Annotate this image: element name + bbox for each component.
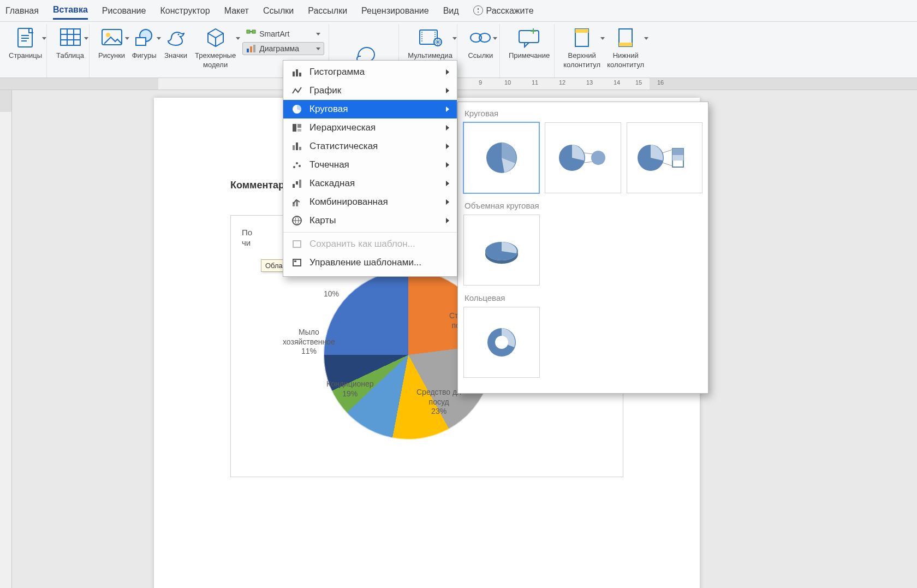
save-template-icon (291, 238, 303, 250)
svg-rect-4 (61, 29, 80, 45)
scatter-icon (291, 159, 303, 171)
svg-rect-52 (296, 181, 298, 185)
comment-button[interactable]: Примечание (509, 25, 550, 60)
svg-rect-65 (672, 149, 683, 155)
pie-label: Мыло хозяйственное 11% (283, 328, 335, 357)
chevron-down-icon (316, 33, 320, 35)
globe-icon (291, 215, 303, 227)
menu-item-save-template: Сохранить как шаблон... (283, 235, 457, 253)
pages-button[interactable]: Страницы (9, 25, 42, 60)
menu-item-line[interactable]: График (283, 81, 457, 100)
svg-rect-17 (250, 46, 252, 52)
chevron-right-icon (446, 125, 449, 130)
chevron-right-icon (446, 218, 449, 223)
menu-item-hierarchy[interactable]: Иерархическая (283, 118, 457, 137)
pictures-button[interactable]: Рисунки (98, 25, 125, 60)
menu-item-manage-templates[interactable]: Управление шаблонами... (283, 253, 457, 272)
svg-rect-39 (296, 69, 298, 76)
menu-item-waterfall[interactable]: Каскадная (283, 174, 457, 193)
ribbon-tabs: Главная Вставка Рисование Конструктор Ма… (0, 0, 917, 22)
ruler-number: 13 (586, 79, 593, 86)
menu-item-histogram[interactable]: Гистограмма (283, 63, 457, 81)
svg-rect-14 (247, 30, 250, 33)
gallery-section-3dpie: Объемная круговая (465, 201, 701, 210)
tab-design[interactable]: Конструктор (160, 3, 210, 19)
thumb-pie-of-pie[interactable] (545, 122, 621, 193)
comment-icon (517, 25, 542, 50)
thumb-doughnut[interactable] (463, 307, 540, 378)
line-icon (291, 85, 303, 97)
table-icon (58, 25, 83, 50)
header-button[interactable]: Верхний колонтитул (563, 25, 600, 69)
chevron-down-icon (42, 37, 46, 40)
chart-title: По чи (242, 228, 252, 248)
footer-button[interactable]: Нижний колонтитул (607, 25, 644, 69)
header-label2: колонтитул (563, 61, 600, 69)
svg-rect-66 (672, 155, 683, 161)
svg-rect-33 (519, 31, 539, 43)
chevron-down-icon (236, 37, 240, 40)
tab-home[interactable]: Главная (5, 3, 39, 19)
thumb-bar-of-pie[interactable] (627, 122, 702, 193)
tab-mailings[interactable]: Рассылки (308, 3, 347, 19)
chart-button[interactable]: Диаграмма (242, 42, 324, 55)
svg-rect-57 (293, 241, 301, 247)
shapes-button[interactable]: Фигуры (132, 25, 157, 60)
smartart-label: SmartArt (259, 29, 289, 38)
ruler-number: 15 (635, 79, 642, 86)
multimedia-button[interactable]: Мультимедиа (408, 25, 452, 60)
header-label1: Верхний (568, 51, 596, 60)
chevron-right-icon (446, 199, 449, 205)
combo-icon (291, 196, 303, 208)
pie-label: 10% (324, 289, 339, 299)
pie-label: Средство дл посуд 23% (416, 388, 461, 417)
svg-rect-16 (247, 49, 249, 52)
svg-rect-1 (21, 35, 29, 36)
svg-rect-2 (21, 38, 29, 39)
3d-models-label1: Трехмерные (195, 51, 236, 60)
chart-label: Диаграмма (259, 44, 299, 53)
picture-icon (99, 25, 124, 50)
thumb-pie-2d[interactable] (463, 122, 539, 193)
links-button[interactable]: Ссылки (468, 25, 493, 60)
tab-view[interactable]: Вид (443, 3, 459, 19)
links-label: Ссылки (468, 51, 493, 60)
chevron-right-icon (446, 162, 449, 168)
svg-point-24 (421, 40, 422, 41)
menu-item-scatter[interactable]: Точечная (283, 156, 457, 174)
tree-icon (291, 122, 303, 134)
table-button[interactable]: Таблица (56, 25, 84, 60)
vertical-ruler (0, 90, 12, 588)
3d-models-label2: модели (203, 61, 228, 69)
tab-layout[interactable]: Макет (224, 3, 249, 19)
menu-item-combo[interactable]: Комбинированная (283, 193, 457, 211)
tab-insert[interactable]: Вставка (53, 2, 88, 20)
svg-rect-45 (296, 142, 298, 150)
menu-item-maps[interactable]: Карты (283, 211, 457, 230)
footer-icon (613, 25, 638, 50)
tab-review[interactable]: Рецензирование (361, 3, 429, 19)
chevron-right-icon (446, 88, 449, 93)
chevron-down-icon (157, 37, 161, 40)
shapes-label: Фигуры (132, 51, 157, 60)
comment-label: Примечание (509, 51, 550, 60)
3d-models-button[interactable]: Трехмерные модели (195, 25, 236, 69)
chevron-down-icon (600, 37, 605, 40)
icons-button[interactable]: Значки (163, 25, 188, 60)
svg-point-50 (299, 165, 301, 167)
svg-rect-12 (136, 38, 146, 45)
menu-item-pie[interactable]: Круговая (283, 100, 457, 118)
duck-icon (163, 25, 188, 50)
thumb-pie-3d[interactable] (463, 215, 540, 286)
ruler-number: 11 (532, 79, 538, 86)
menu-item-statistical[interactable]: Статистическая (283, 137, 457, 156)
tab-tellme[interactable]: Расскажите (473, 2, 534, 19)
shapes-icon (132, 25, 157, 50)
chevron-down-icon (493, 37, 497, 40)
smartart-button[interactable]: SmartArt (242, 27, 324, 40)
tab-references[interactable]: Ссылки (263, 3, 294, 19)
footer-label1: Нижний (613, 51, 639, 60)
header-icon (569, 25, 594, 50)
svg-point-49 (296, 162, 298, 164)
tab-draw[interactable]: Рисование (102, 3, 146, 19)
